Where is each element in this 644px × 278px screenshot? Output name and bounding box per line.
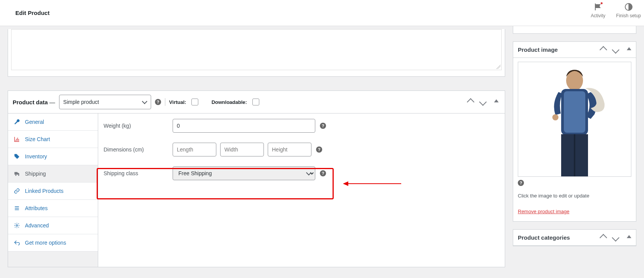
tab-shipping[interactable]: Shipping <box>8 165 98 183</box>
annotation-arrow-icon <box>344 183 401 184</box>
tab-linked-label: Linked Products <box>25 188 63 194</box>
chevron-down-icon[interactable] <box>612 46 619 54</box>
svg-point-7 <box>552 114 558 120</box>
product-data-heading: Product data — <box>13 99 55 105</box>
chevron-up-icon[interactable] <box>600 234 607 242</box>
collapse-icon[interactable] <box>627 47 631 50</box>
weight-input[interactable] <box>173 119 315 133</box>
tab-get-more[interactable]: Get more options <box>8 234 98 252</box>
product-type-select[interactable]: Simple product <box>59 95 151 109</box>
product-categories-title: Product categories <box>518 234 570 241</box>
collapse-icon[interactable] <box>494 99 499 102</box>
top-bar: Edit Product Activity Finish setup <box>0 0 644 26</box>
tab-linked-products[interactable]: Linked Products <box>8 183 98 200</box>
shipping-class-label: Shipping class <box>104 170 173 176</box>
chevron-down-icon[interactable] <box>612 234 619 242</box>
back-arrow-icon <box>13 240 20 246</box>
virtual-checkbox[interactable] <box>191 99 198 105</box>
resize-grip-icon[interactable] <box>496 64 501 69</box>
dimensions-row: Dimensions (cm) ? <box>104 143 499 156</box>
sidebar-truncated-box <box>513 26 636 34</box>
help-icon[interactable]: ? <box>155 99 161 105</box>
height-input[interactable] <box>268 143 311 156</box>
tab-inventory-label: Inventory <box>25 153 47 160</box>
shipping-class-row: Shipping class Free Shipping ? <box>104 166 499 180</box>
product-data-header: Product data — Simple product ? Virtual:… <box>8 91 505 114</box>
tab-advanced-label: Advanced <box>25 222 49 229</box>
product-image-hint: Click the image to edit or update <box>518 193 631 199</box>
width-input[interactable] <box>220 143 264 156</box>
help-icon[interactable]: ? <box>518 180 524 186</box>
finish-setup-button[interactable]: Finish setup <box>616 2 641 18</box>
chart-icon <box>13 136 20 142</box>
tab-size-chart[interactable]: Size Chart <box>8 131 98 148</box>
svg-rect-4 <box>564 91 585 133</box>
wrench-icon <box>13 119 20 125</box>
divider-icon <box>165 98 165 106</box>
tab-general[interactable]: General <box>8 114 98 131</box>
help-icon[interactable]: ? <box>320 170 326 176</box>
product-image-thumbnail[interactable] <box>518 62 631 177</box>
content-editor-box <box>8 29 505 77</box>
shipping-tab-content: Weight (kg) ? Dimensions (cm) ? Shipping… <box>98 114 505 267</box>
content-editor[interactable] <box>11 29 502 70</box>
product-image-title: Product image <box>518 46 558 53</box>
svg-rect-6 <box>574 134 575 176</box>
finish-setup-label: Finish setup <box>616 13 641 18</box>
length-input[interactable] <box>173 143 216 156</box>
link-icon <box>13 188 20 194</box>
weight-row: Weight (kg) ? <box>104 119 499 133</box>
shipping-class-select[interactable]: Free Shipping <box>173 166 315 180</box>
dimensions-label: Dimensions (cm) <box>104 146 173 153</box>
collapse-icon[interactable] <box>627 235 631 238</box>
chevron-up-icon[interactable] <box>600 46 607 54</box>
tab-attributes[interactable]: Attributes <box>8 200 98 217</box>
tab-advanced[interactable]: Advanced <box>8 217 98 234</box>
tab-shipping-label: Shipping <box>25 171 46 177</box>
tab-general-label: General <box>25 119 44 125</box>
page-title: Edit Product <box>15 10 49 16</box>
activity-label: Activity <box>591 13 605 18</box>
product-data-tabs: General Size Chart Inventory Shipping <box>8 114 98 267</box>
remove-product-image-link[interactable]: Remove product image <box>518 209 569 214</box>
activity-button[interactable]: Activity <box>591 2 605 18</box>
tab-size-chart-label: Size Chart <box>25 136 50 142</box>
chevron-down-icon[interactable] <box>479 98 487 106</box>
virtual-label: Virtual: <box>169 99 186 105</box>
tab-get-more-label: Get more options <box>25 240 66 246</box>
product-categories-header: Product categories <box>513 230 636 246</box>
svg-point-1 <box>16 225 18 226</box>
top-actions: Activity Finish setup <box>591 0 644 26</box>
panel-toggle-group <box>468 99 500 105</box>
downloadable-label: Downloadable: <box>211 99 247 105</box>
list-icon <box>13 205 20 211</box>
help-icon[interactable]: ? <box>316 146 322 153</box>
product-data-panel: Product data — Simple product ? Virtual:… <box>8 90 505 267</box>
truck-icon <box>13 171 20 177</box>
product-image-illustration <box>540 65 609 176</box>
gear-icon <box>13 222 20 229</box>
help-icon[interactable]: ? <box>320 123 326 129</box>
tab-attributes-label: Attributes <box>25 205 48 211</box>
product-image-header: Product image <box>513 42 636 58</box>
product-image-panel: Product image <box>513 41 636 222</box>
weight-label: Weight (kg) <box>104 123 173 129</box>
tab-inventory[interactable]: Inventory <box>8 148 98 165</box>
chevron-up-icon[interactable] <box>467 98 474 106</box>
flag-icon <box>593 2 603 12</box>
tag-icon <box>13 153 20 160</box>
product-categories-panel: Product categories <box>513 229 636 246</box>
downloadable-checkbox[interactable] <box>252 99 259 105</box>
half-circle-icon <box>624 2 633 12</box>
